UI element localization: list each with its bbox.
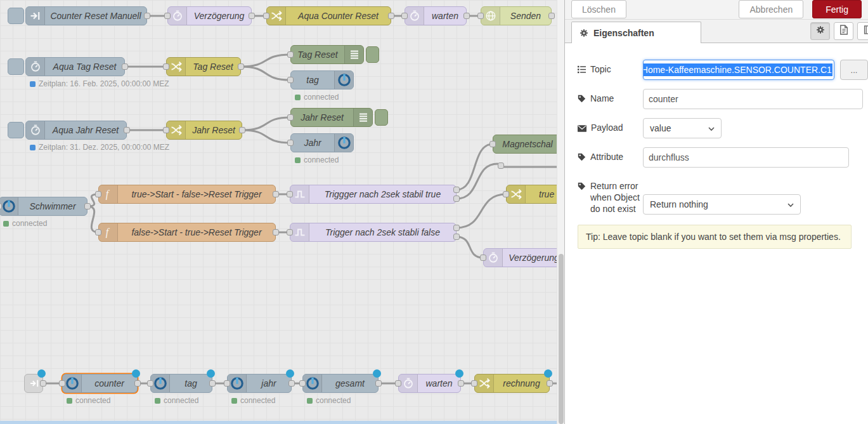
input-port[interactable] — [287, 77, 294, 83]
node-warten[interactable]: warten — [405, 6, 467, 25]
node-tag[interactable]: tag — [150, 374, 212, 393]
junction-node[interactable] — [498, 162, 504, 169]
wire[interactable] — [457, 194, 506, 228]
topic-expand-button[interactable]: ... — [840, 60, 868, 80]
output-port[interactable] — [144, 13, 150, 19]
output-port[interactable] — [453, 187, 460, 193]
output-port[interactable] — [548, 13, 555, 19]
output-port[interactable] — [463, 13, 470, 19]
input-port[interactable] — [95, 229, 101, 235]
wire[interactable] — [242, 130, 290, 143]
wire[interactable] — [241, 67, 290, 80]
node-jahr[interactable]: Jahr — [290, 133, 354, 152]
input-port[interactable] — [480, 255, 486, 261]
input-port[interactable] — [503, 191, 509, 197]
return-error-select[interactable]: Return nothing — [643, 194, 801, 215]
input-port[interactable] — [263, 13, 269, 19]
output-port[interactable] — [547, 380, 553, 387]
node-jahr-reset[interactable]: Jahr Reset — [166, 121, 242, 140]
debug-toggle-button[interactable] — [366, 46, 379, 63]
node-false-start-true-reset-trigger[interactable]: ffalse->Start - true->Reset Trigger — [98, 223, 276, 242]
input-port[interactable] — [287, 229, 293, 235]
node-tag-reset[interactable]: Tag Reset — [166, 57, 241, 76]
scrollbar-thumb[interactable] — [559, 254, 564, 424]
input-port[interactable] — [489, 141, 496, 147]
output-port[interactable] — [238, 63, 244, 70]
wire[interactable] — [241, 55, 290, 67]
input-port[interactable] — [395, 380, 401, 387]
output-port[interactable] — [458, 380, 464, 387]
node-warten[interactable]: warten — [398, 374, 461, 393]
node-verzögerung[interactable]: Verzögerung — [167, 6, 252, 25]
node-trigger-nach-2sek-stabli-false[interactable]: Trigger nach 2sek stabli false — [290, 223, 457, 242]
output-port[interactable] — [122, 63, 128, 70]
input-port[interactable] — [477, 13, 484, 19]
output-port[interactable] — [84, 203, 91, 209]
output-port[interactable] — [375, 380, 382, 387]
input-port[interactable] — [59, 380, 65, 387]
node-aqua-jahr-reset[interactable]: Aqua Jahr Reset — [25, 121, 127, 140]
output-port[interactable] — [453, 225, 460, 231]
output-port[interactable] — [453, 234, 460, 240]
debug-toggle-button[interactable] — [375, 109, 388, 126]
vertical-scrollbar[interactable] — [557, 0, 564, 424]
output-port[interactable] — [249, 13, 255, 19]
node-aqua-tag-reset[interactable]: Aqua Tag Reset — [25, 57, 125, 76]
output-port[interactable] — [273, 191, 279, 197]
node-counter[interactable]: counter — [62, 374, 138, 393]
node-tag[interactable]: tag — [290, 70, 354, 89]
node-true[interactable]: true -> — [506, 185, 557, 204]
input-port[interactable] — [287, 140, 294, 146]
node-counter-reset-manuell[interactable]: Counter Reset Manuell — [25, 6, 147, 25]
input-port[interactable] — [147, 380, 153, 387]
input-port[interactable] — [287, 191, 293, 197]
wire[interactable] — [457, 164, 498, 199]
input-port[interactable] — [0, 203, 2, 209]
node-verzögerung[interactable]: Verzögerung — [483, 248, 557, 267]
input-port[interactable] — [471, 380, 477, 387]
wire[interactable] — [242, 117, 290, 130]
node-magnetschal[interactable]: Magnetschal — [493, 135, 557, 154]
topic-input[interactable]: Home-Kaffeemaschine.SENSOR.COUNTER.C1 — [643, 60, 834, 80]
output-port[interactable] — [124, 127, 130, 133]
input-port[interactable] — [224, 380, 230, 387]
input-port[interactable] — [299, 380, 306, 387]
done-button[interactable]: Fertig — [812, 0, 862, 18]
input-port[interactable] — [163, 63, 169, 70]
input-port[interactable] — [287, 114, 294, 121]
input-port[interactable] — [287, 51, 294, 58]
description-button[interactable] — [834, 22, 853, 40]
output-port[interactable] — [453, 195, 460, 202]
node-aqua-counter-reset[interactable]: Aqua Counter Reset — [266, 6, 391, 25]
node-schwimmer[interactable]: Schwimmer — [0, 197, 87, 216]
node-tag-reset[interactable]: Tag Reset — [290, 45, 364, 64]
inject-button[interactable] — [8, 8, 24, 24]
appearance-button[interactable] — [857, 22, 868, 40]
node-link[interactable] — [24, 374, 43, 393]
input-port[interactable] — [95, 191, 101, 197]
horizontal-scroll-indicator[interactable] — [0, 421, 557, 424]
output-port[interactable] — [209, 380, 216, 387]
node-gesamt[interactable]: gesamt — [302, 374, 379, 393]
output-port[interactable] — [134, 380, 141, 387]
node-true-start-false-reset-trigger[interactable]: ftrue->Start - false->Reset Trigger — [98, 185, 276, 204]
tab-properties[interactable]: Eigenschaften — [571, 22, 701, 43]
output-port[interactable] — [273, 229, 279, 235]
node-jahr-reset[interactable]: Jahr Reset — [290, 108, 373, 127]
input-port[interactable] — [401, 13, 408, 19]
payload-select[interactable]: value — [643, 118, 722, 138]
node-jahr[interactable]: jahr — [227, 374, 292, 393]
output-port[interactable] — [388, 13, 394, 19]
node-senden[interactable]: Senden — [481, 6, 552, 25]
flow-canvas[interactable]: Counter Reset ManuellVerzögerungAqua Cou… — [0, 0, 557, 424]
name-input[interactable] — [643, 89, 863, 109]
node-settings-button[interactable] — [810, 22, 830, 40]
wire[interactable] — [457, 237, 483, 258]
wire[interactable] — [87, 206, 98, 232]
inject-button[interactable] — [8, 58, 24, 75]
output-port[interactable] — [288, 380, 295, 387]
input-port[interactable] — [163, 127, 169, 133]
output-port[interactable] — [239, 127, 245, 133]
input-port[interactable] — [164, 13, 171, 19]
cancel-button[interactable]: Abbrechen — [739, 0, 803, 18]
